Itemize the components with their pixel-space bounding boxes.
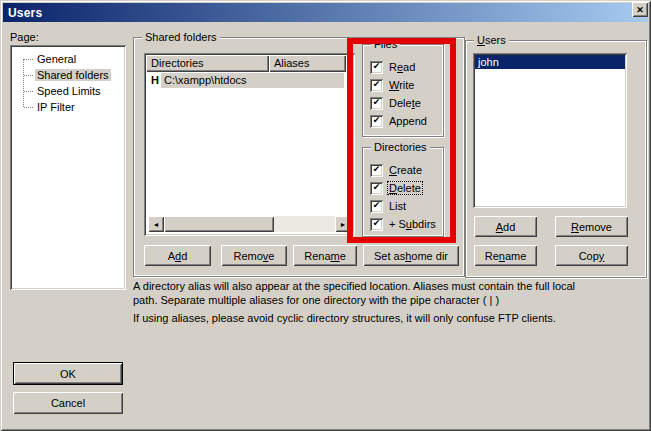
table-row[interactable]: H C:\xampp\htdocs — [146, 73, 353, 88]
folder-add-button[interactable]: Add — [144, 245, 211, 266]
write-checkbox[interactable]: ✔ — [370, 79, 383, 92]
set-as-home-dir-button[interactable]: Set as home dir — [363, 245, 459, 266]
cancel-button[interactable]: Cancel — [13, 392, 123, 414]
users-group-label: Users — [474, 34, 509, 47]
scroll-right-icon[interactable]: ► — [335, 216, 351, 232]
read-label[interactable]: Read — [388, 61, 416, 73]
directory-path: C:\xampp\htdocs — [161, 73, 344, 88]
scrollbar-track[interactable] — [274, 216, 335, 232]
tree-item-ip-filter[interactable]: IP Filter — [12, 99, 124, 115]
user-add-button[interactable]: Add — [474, 216, 537, 237]
read-checkbox[interactable]: ✔ — [370, 61, 383, 74]
append-label[interactable]: Append — [388, 115, 428, 127]
checkbox-row-dir-delete: ✔ Delete — [370, 179, 443, 197]
create-checkbox[interactable]: ✔ — [370, 164, 383, 177]
checkbox-row-file-delete: ✔ Delete — [370, 94, 443, 112]
checkbox-row-create: ✔ Create — [370, 161, 443, 179]
listview-header: Directories Aliases — [146, 55, 353, 72]
list-item-user[interactable]: john — [475, 55, 625, 69]
user-remove-button[interactable]: Remove — [555, 216, 628, 237]
files-group: Files ✔ Read ✔ Write ✔ Delete ✔ Append — [362, 44, 444, 137]
list-checkbox[interactable]: ✔ — [370, 200, 383, 213]
directories-listview: Directories Aliases H C:\xampp\htdocs ◄ … — [144, 53, 355, 236]
user-rename-button[interactable]: Rename — [474, 245, 537, 266]
close-icon[interactable]: ✕ — [632, 2, 648, 17]
tree-item-general[interactable]: General — [12, 51, 124, 67]
subdirs-label[interactable]: + Subdirs — [388, 218, 437, 230]
folder-remove-button[interactable]: Remove — [221, 245, 287, 266]
list-label[interactable]: List — [388, 200, 407, 212]
column-header-directories[interactable]: Directories — [146, 55, 269, 72]
checkbox-row-write: ✔ Write — [370, 76, 443, 94]
directories-group: Directories ✔ Create ✔ Delete ✔ List ✔ +… — [362, 147, 444, 237]
shared-folders-group-label: Shared folders — [142, 31, 220, 44]
folder-rename-button[interactable]: Rename — [293, 245, 357, 266]
alias-info-text-line3: If using aliases, please avoid cyclic di… — [133, 312, 556, 324]
tree-item-speed-limits[interactable]: Speed Limits — [12, 83, 124, 99]
column-header-filler — [346, 55, 353, 72]
ok-button[interactable]: OK — [13, 362, 123, 385]
user-copy-button[interactable]: Copy — [555, 245, 628, 266]
alias-info-text-line2: path. Separate multiple aliases for one … — [133, 294, 499, 306]
dir-delete-checkbox[interactable]: ✔ — [370, 182, 383, 195]
page-tree: General Shared folders Speed Limits IP F… — [10, 45, 126, 290]
create-label[interactable]: Create — [388, 164, 423, 176]
window-title: Users — [3, 6, 42, 20]
home-flag: H — [146, 73, 161, 88]
file-delete-label[interactable]: Delete — [388, 97, 422, 109]
column-header-aliases[interactable]: Aliases — [269, 55, 346, 72]
users-dialog: Users ✕ Page: General Shared folders Spe… — [0, 0, 651, 431]
file-delete-checkbox[interactable]: ✔ — [370, 97, 383, 110]
checkbox-row-append: ✔ Append — [370, 112, 443, 130]
alias-info-text-line1: A directory alias will also appear at th… — [133, 280, 575, 292]
scroll-left-icon[interactable]: ◄ — [148, 216, 164, 232]
title-bar[interactable]: Users — [3, 3, 648, 22]
checkbox-row-read: ✔ Read — [370, 58, 443, 76]
write-label[interactable]: Write — [388, 79, 415, 91]
dir-delete-label[interactable]: Delete — [388, 182, 422, 194]
page-label: Page: — [10, 31, 39, 43]
users-listbox[interactable]: john — [473, 53, 627, 208]
subdirs-checkbox[interactable]: ✔ — [370, 218, 383, 231]
append-checkbox[interactable]: ✔ — [370, 115, 383, 128]
checkbox-row-list: ✔ List — [370, 197, 443, 215]
checkbox-row-subdirs: ✔ + Subdirs — [370, 215, 443, 233]
horizontal-scrollbar[interactable]: ◄ ► — [148, 216, 351, 232]
scrollbar-thumb[interactable] — [164, 216, 274, 232]
tree-item-shared-folders[interactable]: Shared folders — [12, 67, 124, 83]
